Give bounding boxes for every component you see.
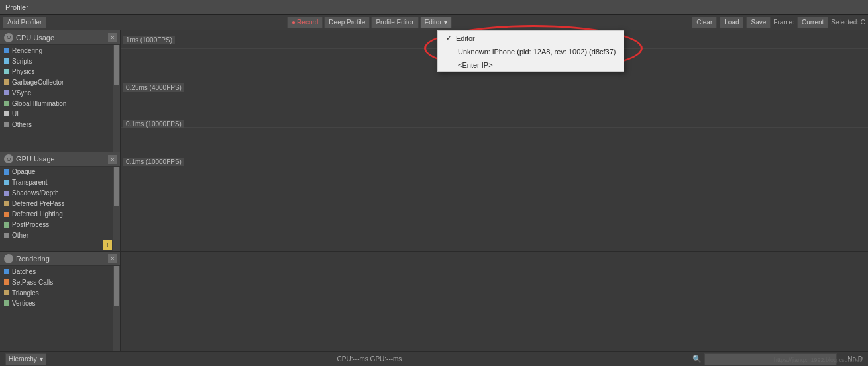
color-swatch xyxy=(4,101,9,106)
load-button[interactable]: Load xyxy=(720,17,743,28)
editor-dropdown-button[interactable]: Editor ▾ xyxy=(420,17,452,28)
gpu-panel-header: ⊙ GPU Usage × xyxy=(0,152,120,167)
item-label: Other xyxy=(12,232,28,239)
cpu-item-rendering[interactable]: Rendering xyxy=(0,45,120,56)
cpu-scroll[interactable] xyxy=(113,45,120,152)
add-profiler-button[interactable]: Add Profiler xyxy=(3,17,46,28)
dropdown-item[interactable]: Editor xyxy=(438,31,624,45)
title-bar: Profiler xyxy=(0,0,868,15)
color-swatch xyxy=(4,212,9,217)
save-button[interactable]: Save xyxy=(746,17,771,28)
cpu-panel-header: ⊙ CPU Usage × xyxy=(0,30,120,45)
color-swatch xyxy=(4,290,9,295)
search-icon: 🔍 xyxy=(692,355,702,363)
item-label: Scripts xyxy=(12,58,32,65)
color-swatch xyxy=(4,222,9,228)
clear-button[interactable]: Clear xyxy=(692,17,717,28)
cpu-close-button[interactable]: × xyxy=(108,33,117,42)
cpu-chart-label-top: 1ms (1000FPS) xyxy=(123,36,175,44)
gpu-item-other[interactable]: Other xyxy=(0,230,120,241)
frame-label: Frame: xyxy=(773,19,794,26)
color-swatch xyxy=(4,122,9,127)
deep-profile-button[interactable]: Deep Profile xyxy=(324,17,370,28)
gpu-chart-label: 0.1ms (10000FPS) xyxy=(123,158,184,166)
item-label: GarbageCollector xyxy=(12,79,64,86)
item-label: SetPass Calls xyxy=(12,279,53,286)
editor-dropdown-overlay: EditorUnknown: iPhone (pid: 12A8, rev: 1… xyxy=(437,30,624,72)
rendering-scroll-handle xyxy=(114,266,119,306)
color-swatch xyxy=(4,300,9,306)
color-swatch xyxy=(4,90,9,95)
chart-area: 1ms (1000FPS) 0.25ms (4000FPS) 0.1ms (10… xyxy=(121,30,868,351)
gpu-item-transparent[interactable]: Transparent xyxy=(0,177,120,188)
main-layout: ⊙ CPU Usage × Rendering Scripts Physics … xyxy=(0,30,868,351)
cpu-panel-title: CPU Usage xyxy=(16,34,54,42)
color-swatch xyxy=(4,69,9,74)
cpu-item-scripts[interactable]: Scripts xyxy=(0,56,120,66)
dropdown-item[interactable]: Unknown: iPhone (pid: 12A8, rev: 1002) (… xyxy=(438,45,624,58)
gpu-items-list: Opaque Transparent Shadows/Depth Deferre… xyxy=(0,167,120,241)
rendering-item-triangles[interactable]: Triangles xyxy=(0,287,120,298)
rendering-close-button[interactable]: × xyxy=(108,254,117,263)
cpu-item-vsync[interactable]: VSync xyxy=(0,87,120,98)
cpu-line-3 xyxy=(121,127,868,128)
toolbar: Add Profiler ● Record Deep Profile Profi… xyxy=(0,15,868,30)
gpu-warning-area: ! xyxy=(103,240,112,250)
hierarchy-chevron: ▾ xyxy=(40,355,43,363)
warning-icon: ! xyxy=(103,240,112,250)
gpu-panel-section: ⊙ GPU Usage × Opaque Transparent Shadows… xyxy=(0,152,120,252)
gpu-item-postprocess[interactable]: PostProcess xyxy=(0,220,120,230)
cpu-item-ui[interactable]: UI xyxy=(0,109,120,119)
cpu-item-physics[interactable]: Physics xyxy=(0,66,120,77)
profile-editor-button[interactable]: Profile Editor xyxy=(371,17,418,28)
cpu-scroll-handle xyxy=(114,45,119,85)
color-swatch xyxy=(4,269,9,274)
color-swatch xyxy=(4,201,9,206)
gpu-icon: ⊙ xyxy=(4,154,13,163)
dropdown-item[interactable]: <Enter IP> xyxy=(438,58,624,71)
gpu-scroll[interactable] xyxy=(113,167,120,252)
color-swatch xyxy=(4,58,9,64)
hierarchy-dropdown[interactable]: Hierarchy ▾ xyxy=(5,353,46,365)
editor-dropdown-menu: EditorUnknown: iPhone (pid: 12A8, rev: 1… xyxy=(437,30,624,72)
cpu-item-others[interactable]: Others xyxy=(0,119,120,130)
rendering-panel-section: Rendering × Batches SetPass Calls Triang… xyxy=(0,252,120,351)
gpu-item-deferred-lighting[interactable]: Deferred Lighting xyxy=(0,209,120,220)
rendering-scroll[interactable] xyxy=(113,266,120,351)
gpu-item-deferred-prepass[interactable]: Deferred PrePass xyxy=(0,199,120,209)
dropdown-items-list: EditorUnknown: iPhone (pid: 12A8, rev: 1… xyxy=(438,31,624,71)
color-swatch xyxy=(4,180,9,185)
cpu-items-list: Rendering Scripts Physics GarbageCollect… xyxy=(0,45,120,130)
watermark: https://jiangxh1992.blog.csdn.net/ xyxy=(774,357,863,363)
item-label: Transparent xyxy=(12,179,48,186)
cpu-chart-label-mid: 0.25ms (4000FPS) xyxy=(123,83,184,92)
rendering-item-vertices[interactable]: Vertices xyxy=(0,298,120,308)
item-label: Physics xyxy=(12,68,34,75)
color-swatch xyxy=(4,79,9,85)
color-swatch xyxy=(4,111,9,116)
item-label: Rendering xyxy=(12,47,42,54)
color-swatch xyxy=(4,233,9,238)
gpu-item-opaque[interactable]: Opaque xyxy=(0,167,120,177)
gpu-chart-panel: 0.1ms (10000FPS) xyxy=(121,152,868,252)
record-icon: ● xyxy=(292,19,296,26)
item-label: UI xyxy=(12,111,19,118)
gpu-panel-title: GPU Usage xyxy=(16,155,55,163)
gpu-chart-bg xyxy=(121,152,868,252)
rendering-item-setpass-calls[interactable]: SetPass Calls xyxy=(0,277,120,287)
color-swatch xyxy=(4,279,9,285)
hierarchy-label: Hierarchy xyxy=(9,355,37,363)
rendering-panel-title: Rendering xyxy=(16,255,50,263)
rendering-chart-bg xyxy=(121,252,868,351)
rendering-item-batches[interactable]: Batches xyxy=(0,266,120,277)
record-button[interactable]: ● Record xyxy=(287,17,323,28)
title-text: Profiler xyxy=(5,3,28,11)
current-button[interactable]: Current xyxy=(797,17,828,28)
cpu-item-garbagecollector[interactable]: GarbageCollector xyxy=(0,77,120,87)
gpu-close-button[interactable]: × xyxy=(108,155,117,164)
gpu-item-shadows/depth[interactable]: Shadows/Depth xyxy=(0,188,120,199)
cpu-line-2 xyxy=(121,91,868,91)
cpu-chart-label-bot: 0.1ms (10000FPS) xyxy=(123,120,184,128)
gpu-scroll-handle xyxy=(114,167,119,206)
cpu-item-global-illumination[interactable]: Global Illumination xyxy=(0,98,120,109)
